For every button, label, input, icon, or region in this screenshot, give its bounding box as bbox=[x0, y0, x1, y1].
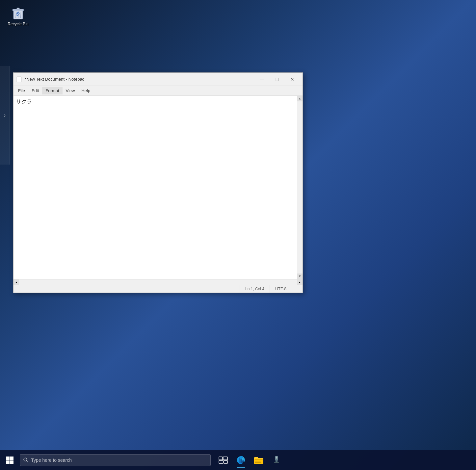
svg-rect-28 bbox=[276, 457, 277, 458]
notepad-title-icon bbox=[16, 76, 22, 82]
panel-arrow[interactable]: › bbox=[4, 113, 6, 118]
scroll-track-horizontal[interactable] bbox=[19, 279, 297, 285]
svg-rect-19 bbox=[224, 460, 227, 463]
svg-rect-18 bbox=[219, 460, 223, 463]
maximize-button[interactable]: □ bbox=[270, 74, 285, 85]
svg-rect-16 bbox=[219, 457, 223, 460]
minimize-button[interactable]: — bbox=[254, 74, 270, 85]
window-titlebar: *New Text Document - Notepad — □ ✕ bbox=[13, 73, 303, 86]
menu-view[interactable]: View bbox=[63, 87, 78, 94]
notepad-title: *New Text Document - Notepad bbox=[25, 77, 254, 82]
search-icon bbox=[23, 457, 28, 463]
svg-line-5 bbox=[20, 12, 20, 18]
menu-edit[interactable]: Edit bbox=[28, 87, 42, 94]
file-explorer-icon bbox=[254, 456, 264, 465]
statusbar-end bbox=[292, 285, 303, 293]
svg-rect-6 bbox=[17, 77, 21, 82]
store-icon bbox=[272, 455, 281, 465]
scroll-up-arrow[interactable]: ▲ bbox=[297, 96, 303, 101]
svg-rect-2 bbox=[17, 8, 19, 10]
svg-line-15 bbox=[27, 461, 28, 462]
search-input[interactable] bbox=[31, 457, 207, 463]
svg-rect-11 bbox=[10, 457, 13, 460]
menu-help[interactable]: Help bbox=[78, 87, 93, 94]
notepad-window: *New Text Document - Notepad — □ ✕ File … bbox=[13, 72, 303, 293]
notepad-content-area: サクラ ▲ ▼ 桜 咲良 サクラ１２ 桜桜 櫻 Space or Tab to … bbox=[13, 96, 303, 279]
taskbar-file-explorer[interactable] bbox=[250, 452, 267, 469]
recycle-bin-icon[interactable]: Recycle Bin bbox=[3, 3, 33, 28]
svg-rect-23 bbox=[255, 462, 261, 463]
menu-format[interactable]: Format bbox=[42, 87, 62, 94]
close-button[interactable]: ✕ bbox=[285, 74, 300, 85]
taskbar-task-view[interactable] bbox=[215, 452, 232, 469]
statusbar-empty bbox=[13, 285, 240, 293]
svg-rect-25 bbox=[276, 460, 278, 462]
taskbar-apps bbox=[215, 452, 285, 469]
start-button[interactable] bbox=[1, 452, 18, 469]
scrollbar-right: ▲ ▼ bbox=[297, 96, 303, 279]
taskbar-store[interactable] bbox=[268, 452, 285, 469]
recycle-bin-label: Recycle Bin bbox=[8, 22, 28, 26]
svg-rect-17 bbox=[223, 457, 227, 460]
svg-rect-12 bbox=[6, 460, 10, 464]
scroll-right-arrow[interactable]: ► bbox=[297, 279, 303, 285]
taskbar-search[interactable] bbox=[20, 454, 211, 466]
svg-rect-21 bbox=[255, 459, 263, 460]
scroll-left-arrow[interactable]: ◄ bbox=[13, 279, 19, 285]
svg-rect-26 bbox=[274, 462, 279, 463]
scroll-down-arrow[interactable]: ▼ bbox=[297, 274, 303, 279]
scrollbar-bottom: ◄ ► bbox=[13, 279, 303, 285]
svg-rect-13 bbox=[10, 460, 13, 464]
taskbar bbox=[0, 450, 476, 470]
svg-rect-22 bbox=[255, 461, 261, 461]
statusbar-encoding: UTF-8 bbox=[270, 285, 292, 293]
notepad-statusbar: Ln 1, Col 4 UTF-8 bbox=[13, 285, 303, 293]
left-panel: › bbox=[0, 66, 10, 165]
svg-line-3 bbox=[16, 12, 16, 18]
svg-rect-10 bbox=[6, 457, 10, 460]
edge-icon bbox=[236, 455, 246, 465]
notepad-menubar: File Edit Format View Help bbox=[13, 86, 303, 96]
notepad-textarea[interactable]: サクラ bbox=[13, 96, 303, 279]
desktop: Recycle Bin › *New Text Document - Notep… bbox=[0, 0, 476, 470]
task-view-icon bbox=[219, 457, 228, 464]
taskbar-edge[interactable] bbox=[232, 452, 250, 469]
windows-logo-icon bbox=[6, 456, 14, 464]
statusbar-position: Ln 1, Col 4 bbox=[240, 285, 270, 293]
menu-file[interactable]: File bbox=[15, 87, 28, 94]
window-controls: — □ ✕ bbox=[254, 74, 300, 85]
